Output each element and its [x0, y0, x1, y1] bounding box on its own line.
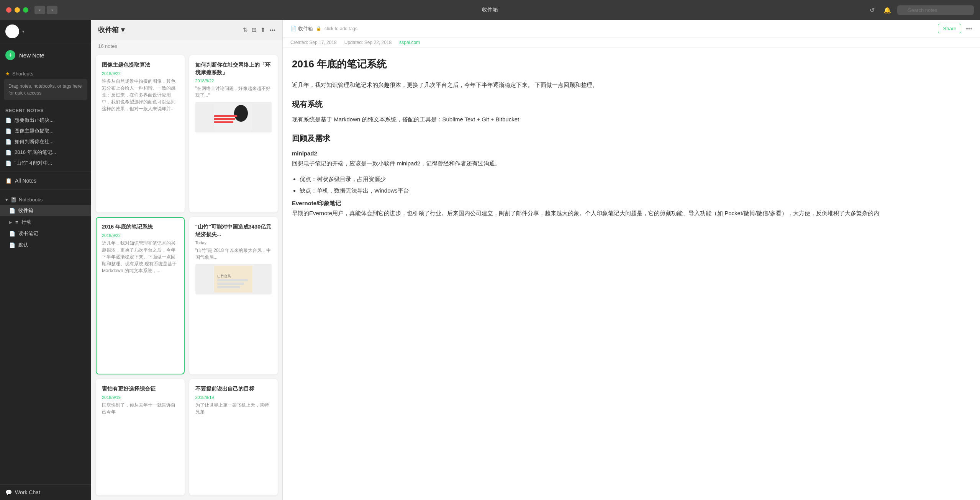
updated-date: Updated: Sep 22, 2018 — [344, 40, 392, 45]
fullscreen-button[interactable] — [23, 7, 28, 13]
refresh-button[interactable]: ↺ — [867, 5, 877, 15]
note-card-title: "山竹"可能对中国造成3430亿元经济损失... — [195, 223, 272, 238]
close-button[interactable] — [6, 7, 11, 13]
note-content: 2016 年底的笔记系统 近几年，我对知识管理和笔记术的兴趣很浓，更换了几次平台… — [283, 48, 980, 500]
divider — [0, 172, 91, 172]
minimize-button[interactable] — [15, 7, 20, 13]
recent-notes-header: Recent Notes — [0, 105, 91, 115]
note-card[interactable]: "山竹"可能对中国造成3430亿元经济损失... Today "山竹"是 201… — [189, 217, 278, 374]
notebooks-section: ▾ 📓 Notebooks 📄 收件箱 ▶ ≡ 行动 📄 读书笔记 📄 默认 — [0, 193, 91, 252]
note-card-preview: 国庆快到了，你从去年十一就告诉自己今年 — [102, 402, 179, 415]
note-card-title: 如何判断你在社交网络上的「环境摩擦系数」 — [195, 61, 272, 76]
new-note-button[interactable]: + New Note — [5, 48, 86, 62]
sidebar-item-读书笔记[interactable]: 📄 读书笔记 — [0, 228, 91, 239]
note-card-title: 2016 年底的笔记系统 — [102, 223, 179, 231]
svg-rect-2 — [214, 115, 237, 117]
note-card[interactable]: 2016 年底的笔记系统 2018/9/22 近几年，我对知识管理和笔记术的兴趣… — [96, 217, 185, 374]
search-input[interactable] — [897, 5, 974, 15]
note-card[interactable]: 图像主题色提取算法 2018/9/22 许多从自然场景中拍摄的图像，其色彩分布上… — [96, 55, 185, 212]
notes-grid: 图像主题色提取算法 2018/9/22 许多从自然场景中拍摄的图像，其色彩分布上… — [91, 51, 282, 500]
note-subsection-title: Evernote/印象笔记 — [292, 198, 971, 208]
notebook-icon: 📄 — [290, 26, 297, 31]
svg-text:山竹台风: 山竹台风 — [217, 274, 231, 278]
shortcuts-label: Shortcuts — [12, 71, 33, 77]
svg-rect-7 — [217, 279, 248, 281]
nav-buttons: ‹ › — [34, 6, 57, 14]
list-item: 缺点：单机，数据无法导出，Windows平台 — [300, 186, 971, 196]
recent-note-title: 2016 年底的笔记... — [15, 149, 56, 156]
chat-icon: 💬 — [5, 489, 12, 495]
sidebar-item-work-chat[interactable]: 💬 Work Chat — [0, 485, 91, 500]
note-card-preview: 近几年，我对知识管理和笔记术的兴趣很浓，更换了几次平台之后，今年下半年逐渐稳定下… — [102, 240, 179, 274]
bell-button[interactable]: 🔔 — [882, 5, 893, 15]
note-list-title-text: 收件箱 — [98, 25, 119, 34]
list-item[interactable]: 📄 如何判断你在社... — [0, 136, 91, 147]
forward-button[interactable]: › — [47, 6, 57, 14]
more-options-button[interactable]: ••• — [966, 25, 972, 32]
note-card-date: 2018/9/22 — [195, 78, 272, 83]
sidebar-item-all-notes[interactable]: 📋 All Notes — [0, 175, 91, 186]
notebook-doc-icon: 📄 — [9, 208, 15, 214]
note-card-date: 2018/9/19 — [102, 395, 179, 400]
divider — [0, 190, 91, 190]
view-toggle-button[interactable]: ⊞ — [252, 26, 257, 33]
note-list-title[interactable]: 收件箱 ▾ — [98, 25, 125, 34]
shortcuts-header[interactable]: ★ Shortcuts — [0, 69, 91, 79]
note-card-title: 不要提前说出自己的目标 — [195, 385, 272, 393]
list-item[interactable]: 📄 图像主题色提取... — [0, 126, 91, 136]
star-icon: ★ — [5, 71, 10, 77]
note-card[interactable]: 不要提前说出自己的目标 2018/9/19 为了让世界上第一架飞机上天，莱特兄弟 — [189, 379, 278, 495]
note-card-date: 2018/9/22 — [102, 233, 179, 238]
note-card[interactable]: 如何判断你在社交网络上的「环境摩擦系数」 2018/9/22 "在网络上讨论问题… — [189, 55, 278, 212]
doc-icon: 📄 — [5, 128, 11, 134]
sort-button[interactable]: ⇅ — [243, 26, 248, 33]
recent-note-title: "山竹"可能对中... — [15, 160, 52, 167]
sidebar-item-收件箱[interactable]: 📄 收件箱 — [0, 205, 91, 216]
avatar — [5, 25, 19, 38]
titlebar: ‹ › 收件箱 ↺ 🔔 🔍 — [0, 0, 980, 20]
sidebar: ▾ + New Note ★ Shortcuts Drag notes, not… — [0, 20, 91, 500]
note-section-heading: 回顾及需求 — [292, 132, 971, 145]
notebooks-label: Notebooks — [19, 197, 43, 203]
all-notes-label: All Notes — [15, 178, 36, 184]
note-card[interactable]: 害怕有更好选择综合征 2018/9/19 国庆快到了，你从去年十一就告诉自己今年 — [96, 379, 185, 495]
sidebar-item-默认[interactable]: 📄 默认 — [0, 239, 91, 251]
shortcuts-section: ★ Shortcuts Drag notes, notebooks, or ta… — [0, 67, 91, 105]
search-wrapper: 🔍 — [897, 5, 974, 15]
note-intro: 近几年，我对知识管理和笔记术的兴趣很浓，更换了几次平台之后，今年下半年逐渐稳定下… — [292, 80, 971, 90]
sidebar-top: ▾ — [0, 20, 91, 43]
note-section-text: 现有系统是基于 Markdown 的纯文本系统，搭配的工具是：Sublime T… — [292, 114, 971, 124]
share-button[interactable]: Share — [938, 24, 961, 33]
svg-rect-3 — [214, 118, 235, 120]
export-button[interactable]: ⬆ — [261, 26, 265, 33]
source-link[interactable]: sspai.com — [399, 40, 420, 45]
notebooks-header[interactable]: ▾ 📓 Notebooks — [0, 194, 91, 205]
back-button[interactable]: ‹ — [34, 6, 45, 14]
list-item[interactable]: 📄 "山竹"可能对中... — [0, 158, 91, 168]
notebook-icon: ≡ — [15, 219, 18, 225]
notebook-name: 默认 — [18, 242, 28, 248]
list-item[interactable]: 📄 想要做出正确决... — [0, 115, 91, 126]
note-card-preview: 为了让世界上第一架飞机上天，莱特兄弟 — [195, 402, 272, 415]
note-card-image: 山竹台风 — [195, 264, 272, 294]
list-item[interactable]: 📄 2016 年底的笔记... — [0, 147, 91, 158]
sidebar-item-行动[interactable]: ▶ ≡ 行动 — [0, 216, 91, 228]
notebook-name: 收件箱 — [18, 207, 33, 214]
doc-icon: 📄 — [5, 118, 11, 123]
traffic-lights — [6, 7, 28, 13]
chevron-down-icon: ▾ — [22, 29, 25, 34]
lock-icon: 🔒 — [316, 26, 321, 31]
titlebar-title: 收件箱 — [482, 7, 498, 13]
notebook-tag: 📄 收件箱 — [290, 25, 313, 32]
note-count: 16 notes — [91, 40, 282, 51]
notebook-name: 行动 — [21, 219, 31, 225]
notebook-doc-icon: 📄 — [9, 231, 15, 237]
work-chat-label: Work Chat — [15, 489, 40, 495]
note-card-image — [195, 102, 272, 132]
shortcuts-drop-zone: Drag notes, notebooks, or tags here for … — [4, 79, 87, 100]
add-tags-button[interactable]: click to add tags — [324, 26, 357, 31]
recent-note-title: 想要做出正确决... — [15, 117, 54, 124]
svg-rect-8 — [217, 283, 244, 285]
sidebar-bottom: 💬 Work Chat — [0, 484, 91, 500]
more-options-button[interactable]: ••• — [269, 27, 275, 33]
